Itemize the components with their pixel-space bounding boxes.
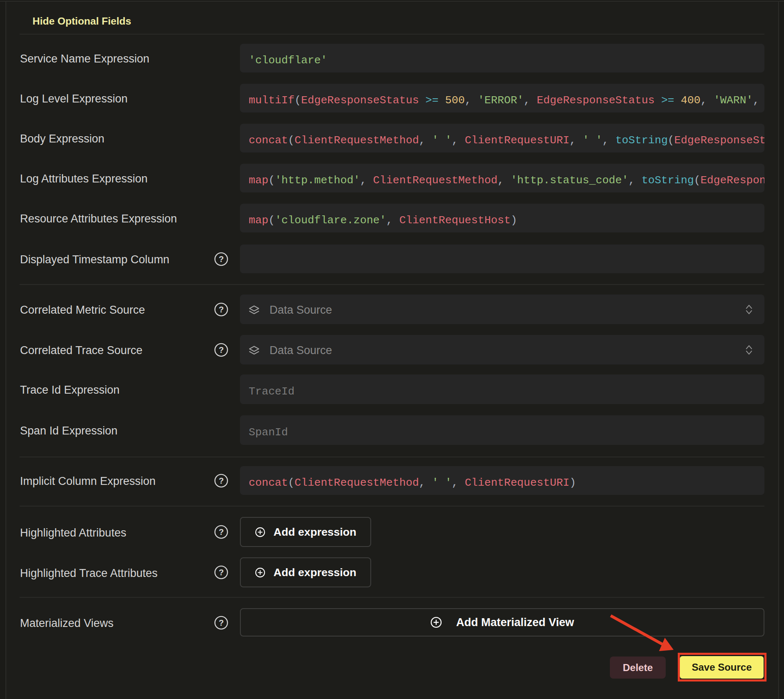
svg-text:?: ? bbox=[219, 618, 224, 627]
svg-text:?: ? bbox=[219, 527, 224, 537]
svg-text:?: ? bbox=[219, 305, 224, 314]
svg-text:?: ? bbox=[219, 476, 224, 485]
svg-text:?: ? bbox=[219, 568, 224, 577]
svg-text:?: ? bbox=[219, 345, 224, 354]
svg-text:?: ? bbox=[219, 255, 224, 264]
